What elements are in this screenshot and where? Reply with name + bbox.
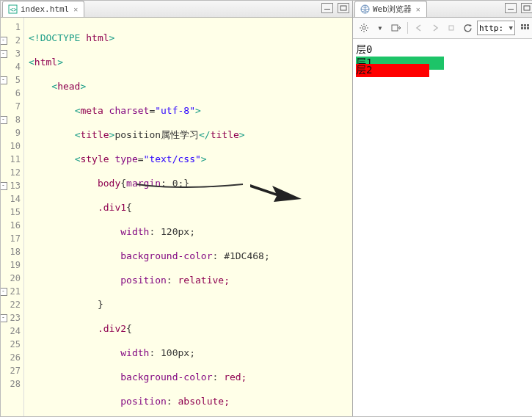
toolbar-divider — [407, 22, 408, 34]
go-url-button[interactable] — [390, 21, 403, 35]
url-scheme-text: http: — [479, 23, 503, 33]
globe-icon — [360, 4, 370, 15]
fold-toggle[interactable]: - — [1, 182, 7, 190]
editor-pane: <> index.html ✕ 12-3-45-678-910111213-14… — [1, 1, 353, 416]
svg-point-8 — [362, 26, 365, 29]
fold-toggle[interactable]: - — [1, 76, 7, 84]
chevron-down-icon[interactable]: ▼ — [509, 24, 513, 32]
line-number: 7 — [1, 100, 21, 113]
line-number: 15 — [1, 206, 21, 219]
line-number: 20 — [1, 272, 21, 285]
stop-button[interactable] — [445, 21, 458, 35]
line-number: 10 — [1, 139, 21, 153]
line-number: 12 — [1, 166, 21, 179]
line-number: 1 — [1, 21, 21, 34]
minimize-pane-button[interactable] — [505, 3, 517, 13]
maximize-pane-button[interactable] — [521, 3, 532, 13]
preview-layer0: 层0 — [356, 43, 372, 57]
line-number: 24 — [1, 324, 21, 338]
browser-tab[interactable]: Web浏览器 ✕ — [354, 1, 427, 17]
svg-line-14 — [366, 30, 368, 32]
minimize-pane-button[interactable] — [321, 3, 333, 13]
line-number: 11 — [1, 153, 21, 166]
svg-text:<>: <> — [10, 7, 17, 13]
svg-rect-20 — [521, 24, 523, 26]
html-file-icon: <> — [7, 4, 18, 15]
line-number: 2- — [1, 34, 21, 47]
svg-rect-21 — [524, 24, 526, 26]
line-number: 21- — [1, 285, 21, 298]
refresh-button[interactable] — [461, 21, 474, 35]
svg-rect-18 — [449, 26, 453, 30]
line-number: 8- — [1, 113, 21, 126]
svg-rect-7 — [524, 6, 530, 10]
line-number: 25 — [1, 338, 21, 351]
line-number: 14 — [1, 192, 21, 206]
line-number: 9 — [1, 126, 21, 139]
browser-preview: 层0 层1 层2 — [353, 39, 532, 416]
line-number: 16 — [1, 219, 21, 232]
svg-rect-2 — [324, 9, 330, 10]
svg-rect-3 — [340, 6, 346, 10]
editor-tab-label: index.html — [21, 4, 69, 14]
browser-tabbar: Web浏览器 ✕ — [353, 1, 532, 18]
url-input[interactable]: http: ▼ — [477, 21, 515, 35]
svg-rect-22 — [527, 24, 529, 26]
browser-tab-label: Web浏览器 — [373, 4, 412, 15]
close-icon[interactable]: ✕ — [72, 6, 79, 13]
fold-toggle[interactable]: - — [1, 288, 7, 296]
browser-toolbar: ▼ http: ▼ — [353, 18, 532, 39]
line-number: 17 — [1, 232, 21, 245]
browser-pane: Web浏览器 ✕ ▼ — [353, 1, 532, 416]
line-number-gutter: 12-3-45-678-910111213-1415161718192021-2… — [1, 18, 24, 416]
close-icon[interactable]: ✕ — [415, 6, 422, 13]
maximize-pane-button[interactable] — [338, 3, 349, 13]
editor-tabbar: <> index.html ✕ — [1, 1, 352, 18]
svg-marker-19 — [470, 24, 472, 26]
line-number: 26 — [1, 351, 21, 364]
svg-rect-25 — [527, 27, 529, 29]
line-number: 27 — [1, 364, 21, 377]
line-number: 19 — [1, 258, 21, 272]
line-number: 23- — [1, 311, 21, 324]
dropdown-arrow-icon[interactable]: ▼ — [374, 21, 387, 35]
line-number: 5- — [1, 73, 21, 87]
editor-tab-index[interactable]: <> index.html ✕ — [2, 1, 84, 17]
menu-grid-icon[interactable] — [518, 21, 531, 35]
svg-rect-6 — [508, 9, 514, 10]
gear-icon[interactable] — [357, 21, 371, 35]
svg-rect-24 — [524, 27, 526, 29]
line-number: 6 — [1, 87, 21, 100]
line-number: 13- — [1, 179, 21, 192]
svg-line-16 — [366, 25, 368, 26]
forward-button[interactable] — [429, 21, 442, 35]
fold-toggle[interactable]: - — [1, 37, 7, 45]
fold-toggle[interactable]: - — [1, 116, 7, 124]
editor-body: 12-3-45-678-910111213-1415161718192021-2… — [1, 18, 352, 416]
fold-toggle[interactable]: - — [1, 50, 7, 58]
line-number: 22 — [1, 298, 21, 311]
back-button[interactable] — [412, 21, 426, 35]
svg-line-13 — [361, 25, 362, 26]
fold-toggle[interactable]: - — [1, 314, 7, 322]
line-number: 3- — [1, 47, 21, 60]
line-number: 18 — [1, 245, 21, 258]
line-number: 4 — [1, 60, 21, 73]
preview-layer2: 层2 — [356, 64, 429, 77]
line-number: 28 — [1, 377, 21, 391]
code-area[interactable]: <!DOCTYPE html> <html> <head> <meta char… — [24, 18, 352, 416]
svg-rect-23 — [521, 27, 523, 29]
svg-rect-17 — [392, 25, 398, 31]
svg-line-15 — [361, 30, 362, 32]
